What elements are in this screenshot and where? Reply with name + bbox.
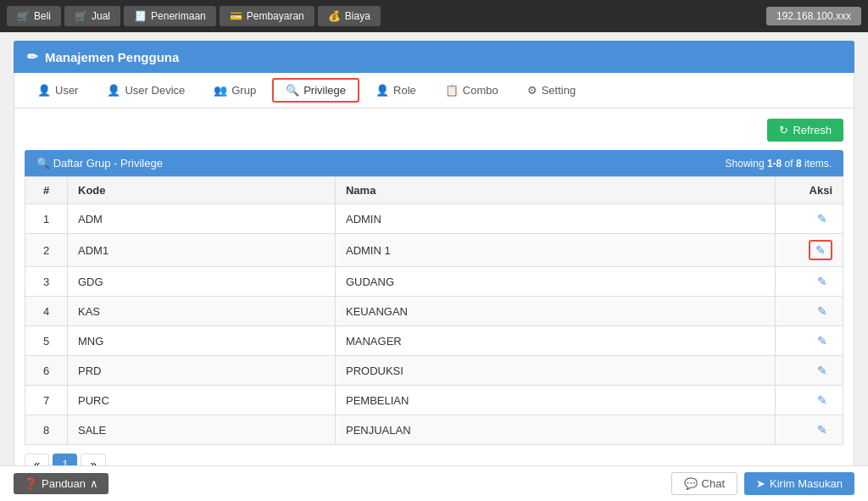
cell-nama: PENJUALAN [335,415,775,445]
table-row: 7PURCPEMBELIAN✎ [25,386,843,415]
edit-button-row-4[interactable]: ✎ [812,303,832,320]
showing-text: Showing 1-8 of 8 items. [726,158,832,170]
cell-nama: GUDANG [335,267,775,297]
cell-nama: MANAGER [335,326,775,356]
user-icon: 👤 [37,84,51,97]
cell-kode: PRD [68,356,336,386]
edit-button-row-3[interactable]: ✎ [812,273,832,290]
table-row: 5MNGMANAGER✎ [25,326,843,356]
top-navigation: 🛒 Beli 🛒 Jual 🧾 Penerimaan 💳 Pembayaran … [0,0,868,32]
nav-jual-button[interactable]: 🛒 Jual [64,6,120,26]
tab-role[interactable]: 👤 Role [363,79,429,102]
cell-aksi: ✎ [776,267,843,297]
cell-kode: GDG [68,267,336,297]
tab-user[interactable]: 👤 User [25,79,91,102]
cell-num: 6 [25,356,68,386]
tab-privilege[interactable]: 🔍 Privilege [272,78,359,103]
edit-button-row-2[interactable]: ✎ [809,240,832,260]
nav-pembayaran-button[interactable]: 💳 Pembayaran [220,6,314,26]
cell-num: 5 [25,326,68,356]
col-header-nama: Nama [335,177,775,204]
cell-aksi: ✎ [776,326,843,356]
edit-button-row-6[interactable]: ✎ [812,362,832,379]
cell-nama: ADMIN 1 [335,234,775,267]
receipt-icon: 🧾 [134,10,147,22]
privilege-icon: 🔍 [286,84,299,97]
table-header-title: 🔍 Daftar Grup - Privilege [36,157,163,170]
table-row: 3GDGGUDANG✎ [25,267,843,297]
col-header-kode: Kode [68,177,336,204]
nav-biaya-button[interactable]: 💰 Biaya [318,6,381,26]
page-header: ✏ Manajemen Pengguna [14,41,854,73]
question-icon: ❓ [24,477,37,490]
cell-aksi: ✎ [776,204,843,234]
edit-button-row-8[interactable]: ✎ [812,421,832,438]
cell-kode: SALE [68,415,336,445]
cell-aksi: ✎ [776,386,843,415]
cell-num: 1 [25,204,68,234]
tab-setting[interactable]: ⚙ Setting [515,79,588,102]
refresh-button[interactable]: ↻ Refresh [767,119,843,142]
cell-num: 7 [25,386,68,415]
cell-num: 8 [25,415,68,445]
tab-combo[interactable]: 📋 Combo [432,79,511,102]
send-icon: ➤ [756,477,765,490]
action-row: ↻ Refresh [25,119,843,142]
cart-icon: 🛒 [75,10,87,22]
user-device-icon: 👤 [107,84,120,97]
chat-button[interactable]: 💬 Chat [671,472,737,495]
table-row: 4KASKEUANGAN✎ [25,297,843,326]
group-icon: 👥 [214,84,227,97]
cell-nama: PRODUKSI [335,356,775,386]
cart-icon: 🛒 [17,10,30,22]
table-row: 8SALEPENJUALAN✎ [25,415,843,445]
table-row: 6PRDPRODUKSI✎ [25,356,843,386]
cell-aksi: ✎ [776,297,843,326]
payment-icon: 💳 [230,10,242,22]
cell-aksi: ✎ [776,356,843,386]
cell-nama: ADMIN [335,204,775,234]
col-header-aksi: Aksi [776,177,843,204]
nav-penerimaan-button[interactable]: 🧾 Penerimaan [124,6,216,26]
cell-kode: KAS [68,297,336,326]
table-row: 1ADMADMIN✎ [25,204,843,234]
chat-icon: 💬 [684,477,698,490]
edit-button-row-5[interactable]: ✎ [812,332,832,349]
data-table: # Kode Nama Aksi 1ADMADMIN✎2ADM1ADMIN 1✎… [25,176,843,445]
table-row: 2ADM1ADMIN 1✎ [25,234,843,267]
cell-aksi: ✎ [776,234,843,267]
cell-num: 3 [25,267,68,297]
search-icon: 🔍 [36,157,50,170]
tab-grup[interactable]: 👥 Grup [201,79,269,102]
edit-button-row-7[interactable]: ✎ [812,392,832,409]
expense-icon: 💰 [328,10,341,22]
content-area: ↻ Refresh 🔍 Daftar Grup - Privilege Show… [14,109,854,489]
cell-nama: PEMBELIAN [335,386,775,415]
page-wrapper: ✏ Manajemen Pengguna 👤 User 👤 User Devic… [0,32,868,498]
user-ip-badge: 192.168.100.xxx [766,7,861,25]
panduan-button[interactable]: ❓ Panduan ∧ [14,473,108,494]
nav-beli-button[interactable]: 🛒 Beli [7,6,61,26]
cell-aksi: ✎ [776,415,843,445]
combo-icon: 📋 [445,84,459,97]
tab-bar: 👤 User 👤 User Device 👥 Grup 🔍 Privilege … [14,73,854,109]
chevron-down-icon: ∧ [90,477,98,490]
tab-user-device[interactable]: 👤 User Device [94,79,198,102]
cell-num: 2 [25,234,68,267]
pencil-icon: ✏ [27,49,38,64]
edit-button-row-1[interactable]: ✎ [812,210,832,227]
refresh-icon: ↻ [779,124,788,136]
cell-kode: ADM [68,204,336,234]
table-header-bar: 🔍 Daftar Grup - Privilege Showing 1-8 of… [25,150,843,176]
bottom-right-buttons: 💬 Chat ➤ Kirim Masukan [671,472,854,495]
page-title: Manajemen Pengguna [45,50,179,64]
cell-num: 4 [25,297,68,326]
cell-kode: ADM1 [68,234,336,267]
kirim-masukan-button[interactable]: ➤ Kirim Masukan [744,472,854,495]
cell-kode: MNG [68,326,336,356]
bottom-bar: ❓ Panduan ∧ 💬 Chat ➤ Kirim Masukan [0,465,868,498]
setting-icon: ⚙ [527,84,537,97]
cell-kode: PURC [68,386,336,415]
col-header-num: # [25,177,68,204]
role-icon: 👤 [376,84,389,97]
